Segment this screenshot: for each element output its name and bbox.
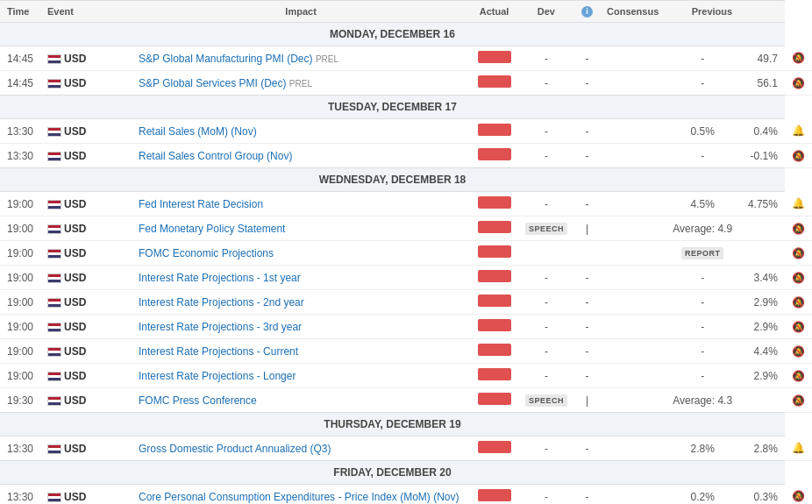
event-impact — [470, 266, 518, 290]
event-name[interactable]: Fed Interest Rate Decision — [132, 192, 470, 217]
flag-icon — [47, 224, 61, 234]
report-badge: REPORT — [681, 247, 724, 259]
bell-icon[interactable]: 🔕 — [792, 321, 805, 333]
event-alert[interactable]: 🔕 — [785, 71, 812, 96]
event-info — [600, 437, 666, 461]
table-row: 19:30USDFOMC Press ConferenceSPEECH|Aver… — [0, 388, 812, 413]
impact-bar — [478, 270, 511, 282]
flag-icon — [47, 444, 61, 454]
event-info — [600, 119, 666, 144]
bell-icon[interactable]: 🔔 — [792, 124, 805, 137]
event-dev: - — [574, 71, 600, 96]
bell-icon[interactable]: 🔔 — [792, 197, 805, 209]
event-dev: - — [574, 144, 600, 168]
event-impact — [470, 388, 518, 413]
event-name[interactable]: S&P Global Manufacturing PMI (Dec) PREL — [132, 46, 470, 71]
event-consensus: - — [666, 364, 739, 388]
event-alert[interactable]: 🔕 — [785, 144, 812, 168]
section-header-0: MONDAY, DECEMBER 16 — [0, 23, 812, 46]
table-row: 19:00USDInterest Rate Projections - Curr… — [0, 339, 812, 364]
table-row: 19:00USDInterest Rate Projections - 3rd … — [0, 315, 812, 339]
bell-icon[interactable]: 🔕 — [792, 490, 805, 502]
header-time: Time — [0, 1, 40, 23]
event-impact — [470, 217, 518, 241]
event-alert[interactable]: 🔕 — [785, 485, 812, 505]
event-currency: USD — [40, 315, 132, 339]
event-time: 19:00 — [0, 266, 40, 290]
bell-icon[interactable]: 🔕 — [792, 223, 805, 235]
event-name[interactable]: Interest Rate Projections - 2nd year — [132, 290, 470, 315]
event-name[interactable]: Interest Rate Projections - 1st year — [132, 266, 470, 290]
event-dev: | — [574, 217, 600, 241]
header-dev: Dev — [518, 1, 574, 23]
bell-icon[interactable]: 🔕 — [792, 247, 805, 259]
event-time: 19:00 — [0, 192, 40, 217]
bell-icon[interactable]: 🔕 — [792, 296, 805, 309]
event-name[interactable]: FOMC Economic Projections — [132, 241, 470, 266]
event-previous: 2.9% — [739, 364, 785, 388]
event-dev: - — [574, 315, 600, 339]
event-name[interactable]: Interest Rate Projections - 3rd year — [132, 315, 470, 339]
bell-icon[interactable]: 🔕 — [792, 150, 805, 162]
event-previous — [739, 217, 785, 241]
event-consensus: 2.8% — [666, 437, 739, 461]
impact-bar — [478, 221, 511, 233]
impact-bar — [478, 75, 511, 88]
event-name[interactable]: FOMC Press Conference — [132, 388, 470, 413]
header-impact: Impact — [132, 1, 470, 23]
event-currency: USD — [40, 192, 132, 217]
calendar-body: MONDAY, DECEMBER 1614:45USDS&P Global Ma… — [0, 23, 812, 505]
event-name[interactable]: Interest Rate Projections - Longer — [132, 364, 470, 388]
info-icon[interactable]: i — [581, 6, 593, 18]
event-name[interactable]: S&P Global Services PMI (Dec) PREL — [132, 71, 470, 96]
event-alert[interactable]: 🔔 — [785, 119, 812, 144]
bell-icon[interactable]: 🔕 — [792, 345, 805, 358]
flag-icon — [47, 54, 61, 64]
event-impact — [470, 315, 518, 339]
event-time: 19:00 — [0, 315, 40, 339]
table-row: 19:00USDFed Interest Rate Decision--4.5%… — [0, 192, 812, 217]
event-info — [600, 339, 666, 364]
bell-icon[interactable]: 🔕 — [792, 370, 805, 382]
table-row: 13:30USDCore Personal Consumption Expend… — [0, 485, 812, 505]
header-info[interactable]: i — [574, 1, 600, 23]
event-alert[interactable]: 🔕 — [785, 241, 812, 266]
table-row: 19:00USDFed Monetary Policy StatementSPE… — [0, 217, 812, 241]
event-actual: - — [518, 339, 574, 364]
event-actual: - — [518, 46, 574, 71]
event-alert[interactable]: 🔕 — [785, 217, 812, 241]
bell-icon[interactable]: 🔕 — [792, 394, 805, 407]
event-impact — [470, 485, 518, 505]
section-header-4: FRIDAY, DECEMBER 20 — [0, 461, 812, 485]
event-alert[interactable]: 🔕 — [785, 339, 812, 364]
event-currency: USD — [40, 241, 132, 266]
event-alert[interactable]: 🔕 — [785, 290, 812, 315]
event-alert[interactable]: 🔔 — [785, 437, 812, 461]
bell-icon[interactable]: 🔔 — [792, 442, 805, 454]
event-alert[interactable]: 🔔 — [785, 192, 812, 217]
event-name[interactable]: Fed Monetary Policy Statement — [132, 217, 470, 241]
event-name[interactable]: Retail Sales (MoM) (Nov) — [132, 119, 470, 144]
event-alert[interactable]: 🔕 — [785, 315, 812, 339]
event-alert[interactable]: 🔕 — [785, 46, 812, 71]
section-header-3: THURSDAY, DECEMBER 19 — [0, 413, 812, 437]
impact-bar — [478, 196, 511, 209]
event-alert[interactable]: 🔕 — [785, 266, 812, 290]
bell-icon[interactable]: 🔕 — [792, 77, 805, 89]
event-alert[interactable]: 🔕 — [785, 388, 812, 413]
bell-icon[interactable]: 🔕 — [792, 52, 805, 64]
event-name[interactable]: Core Personal Consumption Expenditures -… — [132, 485, 470, 505]
bell-icon[interactable]: 🔕 — [792, 272, 805, 284]
event-name[interactable]: Gross Domestic Product Annualized (Q3) — [132, 437, 470, 461]
event-name[interactable]: Interest Rate Projections - Current — [132, 339, 470, 364]
header-alert — [739, 1, 785, 23]
event-currency: USD — [40, 119, 132, 144]
event-consensus: Average: 4.3 — [666, 388, 739, 413]
event-name[interactable]: Retail Sales Control Group (Nov) — [132, 144, 470, 168]
event-impact — [470, 437, 518, 461]
speech-badge: SPEECH — [525, 394, 567, 407]
event-alert[interactable]: 🔕 — [785, 364, 812, 388]
event-currency: USD — [40, 144, 132, 168]
event-dev: - — [574, 46, 600, 71]
event-impact — [470, 119, 518, 144]
